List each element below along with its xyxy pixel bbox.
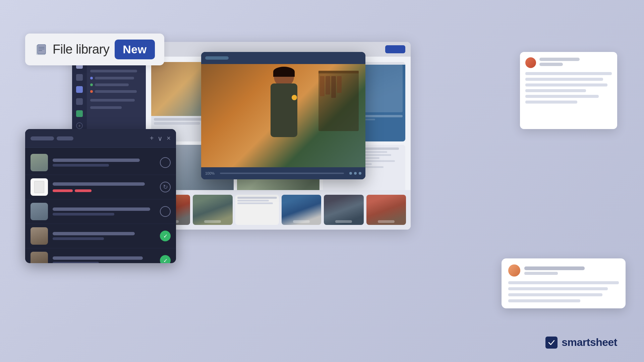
bubble-content-4	[508, 299, 580, 302]
bubble-name-area	[524, 266, 619, 275]
sidebar-icon-add[interactable]: +	[76, 122, 83, 129]
task-sub-5	[53, 262, 99, 263]
video-overlay: 100%	[201, 52, 365, 179]
task-status-5[interactable]: ✓	[160, 255, 171, 263]
sidebar-item-6[interactable]	[90, 106, 122, 109]
task-status-4[interactable]: ✓	[160, 231, 171, 241]
comment-name-line-2	[539, 63, 563, 66]
video-bg	[201, 64, 365, 167]
svg-rect-1	[38, 45, 46, 54]
task-sub-1	[53, 164, 109, 167]
bottom-thumb-woman[interactable]	[193, 195, 232, 225]
person-figure	[250, 67, 317, 167]
task-status-2[interactable]: ↻	[160, 182, 171, 192]
sidebar-item-4[interactable]	[90, 90, 142, 93]
comment-panel-main	[520, 52, 617, 129]
bottom-thumb-bike[interactable]	[282, 195, 321, 225]
task-progress-bar-2	[75, 189, 92, 192]
file-library-badge: File library New	[25, 34, 164, 65]
task-row-5: ✓	[25, 248, 176, 263]
task-row-4: ✓	[25, 224, 176, 248]
task-info-1	[53, 159, 155, 167]
sidebar-item-1[interactable]	[90, 70, 137, 72]
task-info-4	[53, 232, 155, 240]
task-title-5	[53, 256, 143, 260]
comment-name-block	[539, 58, 612, 68]
video-zoom-label: 100%	[205, 171, 215, 175]
comment-line-4	[525, 89, 586, 92]
task-tab-2[interactable]	[57, 136, 73, 140]
sidebar-icon-green[interactable]	[76, 110, 83, 117]
video-header	[201, 52, 365, 64]
bubble-header	[508, 264, 619, 277]
file-library-title: File library	[53, 42, 109, 57]
task-title-1	[53, 159, 140, 162]
task-row-1	[25, 150, 176, 175]
video-content	[201, 64, 365, 167]
comment-lines	[525, 72, 612, 104]
task-row-2: ↻	[25, 175, 176, 199]
bottom-thumbs-row	[146, 190, 411, 230]
bubble-content-3	[508, 293, 602, 296]
task-title-2	[53, 182, 145, 186]
sidebar-item-2[interactable]	[90, 77, 142, 79]
task-sub-4	[53, 237, 104, 240]
task-row-3	[25, 199, 176, 224]
comment-avatar	[525, 57, 536, 68]
comment-line-6	[525, 101, 577, 104]
task-header: + ∨ ×	[25, 129, 176, 148]
comment-line-2	[525, 78, 603, 81]
comment-name-line-1	[539, 58, 580, 61]
task-title-3	[53, 207, 150, 211]
task-panel: + ∨ ×	[25, 129, 176, 263]
video-footer: 100%	[201, 167, 365, 179]
bubble-sub-line	[524, 272, 558, 275]
task-info-5	[53, 256, 155, 263]
comment-bubble	[502, 258, 626, 308]
task-tab-1[interactable]	[31, 136, 54, 140]
video-dot-2	[354, 172, 357, 175]
task-close-icon[interactable]: ×	[167, 134, 171, 142]
comment-line-3	[525, 83, 607, 86]
video-header-label	[205, 56, 229, 60]
task-title-4	[53, 232, 135, 235]
video-dot-3	[359, 172, 361, 175]
bottom-thumb-fashion[interactable]	[366, 195, 406, 225]
bottom-thumb-doc[interactable]	[235, 195, 279, 225]
task-header-actions: + ∨ ×	[150, 134, 171, 142]
sidebar-icon-star[interactable]	[76, 98, 83, 105]
window-top-button[interactable]	[385, 45, 405, 53]
task-add-icon[interactable]: +	[150, 134, 154, 142]
bubble-content-1	[508, 281, 619, 284]
bubble-avatar	[508, 264, 520, 277]
task-status-1[interactable]	[160, 157, 171, 168]
task-thumb-4	[31, 227, 48, 245]
task-info-3	[53, 207, 155, 216]
store-rack	[318, 71, 359, 131]
comment-line-1	[525, 72, 612, 75]
task-info-2	[53, 182, 155, 192]
video-progress-bar[interactable]	[220, 173, 344, 174]
file-library-icon	[35, 43, 47, 56]
bubble-content-2	[508, 287, 608, 290]
task-progress-row	[53, 188, 155, 192]
sidebar-item-5[interactable]	[90, 99, 135, 102]
sidebar-item-3[interactable]	[90, 83, 142, 86]
comment-user-row	[525, 57, 612, 68]
smartsheet-logo-mark	[545, 337, 558, 349]
task-expand-icon[interactable]: ∨	[158, 134, 163, 142]
bubble-title-line	[524, 266, 585, 270]
task-progress-bar-1	[53, 189, 73, 192]
bottom-thumb-building[interactable]	[324, 195, 363, 225]
task-sub-3	[53, 213, 114, 216]
task-status-3[interactable]	[160, 206, 171, 217]
smartsheet-logo: smartsheet	[545, 336, 617, 349]
task-header-tabs	[31, 136, 146, 140]
comment-line-5	[525, 95, 599, 98]
task-thumb-1	[31, 154, 48, 171]
task-thumb-3	[31, 203, 48, 220]
task-thumb-2	[31, 178, 48, 196]
sidebar-icon-grid[interactable]	[76, 74, 83, 81]
notification-dot	[292, 95, 297, 100]
sidebar-icon-active[interactable]	[76, 86, 83, 93]
